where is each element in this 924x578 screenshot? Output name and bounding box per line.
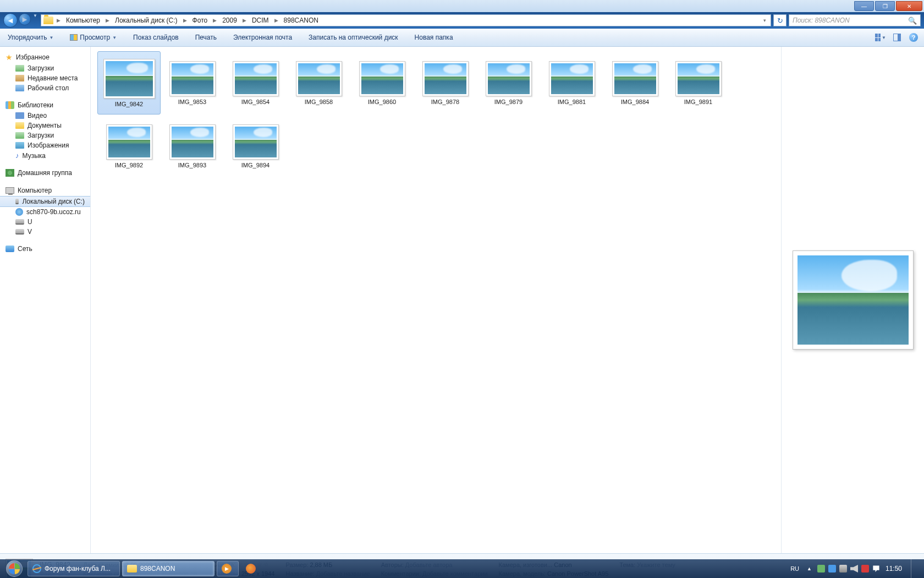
network-tray-icon[interactable] [839, 565, 847, 572]
file-item[interactable]: IMG_9884 [603, 51, 667, 114]
slideshow-button[interactable]: Показ слайдов [130, 32, 182, 43]
nav-recent[interactable]: Недавние места [0, 73, 90, 83]
chevron-right-icon[interactable]: ▶ [54, 18, 63, 23]
breadcrumb-current[interactable]: 898CANON [282, 15, 321, 25]
close-button[interactable]: ✕ [896, 1, 922, 11]
nav-music[interactable]: ♪Музыка [0, 150, 90, 161]
action-center-tray-icon[interactable] [872, 565, 880, 572]
taskbar-explorer-window[interactable]: 898CANON [122, 561, 215, 576]
system-tray: RU ▲ 11:50 [788, 559, 922, 578]
taskbar-wmp-pinned[interactable]: ▶ [217, 561, 239, 576]
photo-thumbnail [422, 61, 469, 96]
folder-icon [43, 17, 53, 24]
files-area[interactable]: IMG_9842IMG_9853IMG_9854IMG_9858IMG_9860… [91, 47, 781, 553]
windows-logo-icon [6, 560, 23, 577]
breadcrumb-dcim[interactable]: DCIM [250, 15, 271, 25]
file-item[interactable]: IMG_9881 [540, 51, 603, 114]
view-mode-button[interactable]: ▼ [875, 31, 887, 43]
new-folder-button[interactable]: Новая папка [411, 32, 457, 43]
documents-icon [15, 122, 24, 129]
email-button[interactable]: Электронная почта [230, 32, 295, 43]
search-icon[interactable]: 🔍 [908, 17, 917, 25]
burn-button[interactable]: Записать на оптический диск [305, 32, 402, 43]
nav-pictures[interactable]: Изображения [0, 140, 90, 150]
nav-drive-v[interactable]: V [0, 227, 90, 237]
nav-drive-c[interactable]: Локальный диск (C:) [0, 196, 90, 207]
file-item[interactable]: IMG_9853 [161, 51, 224, 114]
chevron-right-icon[interactable]: ▶ [272, 18, 280, 23]
photo-thumbnail [169, 61, 216, 96]
start-button[interactable] [2, 559, 26, 578]
file-item[interactable]: IMG_9854 [224, 51, 287, 114]
nav-downloads[interactable]: Загрузки [0, 63, 90, 73]
nav-network-header[interactable]: Сеть [0, 243, 90, 254]
language-indicator[interactable]: RU [788, 564, 801, 573]
nav-libraries-header[interactable]: Библиотеки [0, 100, 90, 111]
tray-icon[interactable] [828, 565, 836, 572]
navigation-pane: ★Избранное Загрузки Недавние места Рабоч… [0, 47, 91, 553]
drive-icon [15, 229, 24, 235]
help-button[interactable]: ? [908, 31, 920, 43]
nav-computer-header[interactable]: Компьютер [0, 185, 90, 196]
nav-ftp-site[interactable]: sch870-9b.ucoz.ru [0, 207, 90, 217]
breadcrumb-drive[interactable]: Локальный диск (C:) [113, 15, 180, 25]
desktop-icon [15, 85, 24, 91]
file-label: IMG_9860 [368, 99, 396, 105]
show-desktop-button[interactable] [911, 559, 917, 578]
file-item[interactable]: IMG_9879 [477, 51, 540, 114]
nav-drive-u[interactable]: U [0, 217, 90, 227]
nav-downloads-lib[interactable]: Загрузки [0, 130, 90, 140]
search-input[interactable]: Поиск: 898CANON 🔍 [789, 14, 921, 26]
organize-menu[interactable]: Упорядочить▼ [4, 32, 57, 43]
preview-menu[interactable]: Просмотр▼ [67, 32, 120, 43]
breadcrumb-bar[interactable]: ▶ Компьютер ▶ Локальный диск (C:) ▶ Фото… [41, 14, 771, 26]
nav-forward-button[interactable]: ► [19, 13, 31, 25]
file-item[interactable]: IMG_9842 [97, 51, 161, 114]
breadcrumb-computer[interactable]: Компьютер [64, 15, 102, 25]
print-button[interactable]: Печать [192, 32, 220, 43]
minimize-button[interactable]: — [854, 1, 874, 11]
nav-desktop[interactable]: Рабочий стол [0, 83, 90, 93]
thumbnails-icon [875, 34, 881, 41]
breadcrumb-2009[interactable]: 2009 [220, 15, 239, 25]
preview-pane-toggle[interactable] [891, 31, 903, 43]
pictures-icon [15, 142, 24, 149]
kaspersky-tray-icon[interactable] [861, 565, 869, 572]
file-item[interactable]: IMG_9893 [161, 114, 224, 178]
tray-icon[interactable] [817, 565, 825, 572]
photo-thumbnail [233, 124, 279, 160]
nav-video[interactable]: Видео [0, 111, 90, 121]
drive-icon [15, 199, 19, 204]
star-icon: ★ [6, 53, 13, 62]
file-item[interactable]: IMG_9858 [287, 51, 350, 114]
photo-thumbnail [296, 61, 342, 96]
chevron-right-icon[interactable]: ▶ [181, 18, 189, 23]
taskbar-ie-window[interactable]: Форум фан-клуба Л... [28, 561, 120, 576]
preview-icon [70, 34, 78, 41]
volume-tray-icon[interactable] [850, 565, 858, 572]
tray-expand-icon[interactable]: ▲ [807, 566, 812, 571]
chevron-right-icon[interactable]: ▶ [240, 18, 249, 23]
breadcrumb-photo[interactable]: Фото [190, 15, 210, 25]
chevron-right-icon[interactable]: ▶ [103, 18, 112, 23]
photo-thumbnail [233, 61, 279, 96]
nav-back-button[interactable]: ◄ [3, 13, 18, 28]
breadcrumb-dropdown[interactable]: ▾ [761, 18, 768, 23]
refresh-button[interactable]: ↻ [773, 14, 787, 26]
folder-icon [15, 132, 24, 139]
file-item[interactable]: IMG_9894 [224, 114, 287, 178]
file-item[interactable]: IMG_9878 [414, 51, 477, 114]
nav-documents[interactable]: Документы [0, 121, 90, 130]
taskbar-firefox-pinned[interactable] [241, 561, 263, 576]
address-bar: ◄ ► ▼ ▶ Компьютер ▶ Локальный диск (C:) … [0, 12, 924, 29]
nav-homegroup-header[interactable]: Домашняя группа [0, 167, 90, 178]
clock[interactable]: 11:50 [886, 565, 902, 572]
file-item[interactable]: IMG_9892 [97, 114, 161, 178]
nav-favorites-header[interactable]: ★Избранное [0, 51, 90, 63]
firefox-icon [246, 564, 256, 574]
nav-history-dropdown[interactable]: ▼ [32, 13, 38, 28]
file-item[interactable]: IMG_9891 [667, 51, 730, 114]
file-item[interactable]: IMG_9860 [350, 51, 414, 114]
chevron-right-icon[interactable]: ▶ [211, 18, 219, 23]
maximize-button[interactable]: ❐ [875, 1, 895, 11]
